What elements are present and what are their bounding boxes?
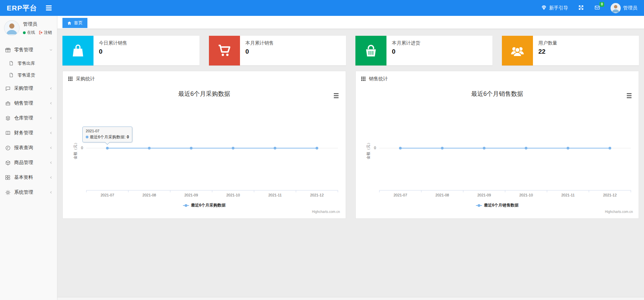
stat-card-2[interactable]: 本月累计进货0 <box>355 36 492 65</box>
fullscreen-button[interactable] <box>578 5 584 11</box>
chevron-left-icon <box>49 86 53 90</box>
chevron-left-icon <box>49 175 53 180</box>
chart-panels-row: 采购统计 最近6个月采购数据金额（元）02021-072021-082021-0… <box>62 71 639 219</box>
chart-tooltip: 2021-07最近6个月采购数据: 0 <box>82 127 132 142</box>
online-status-label: 在线 <box>27 30 35 35</box>
messages-button[interactable]: 0 <box>594 5 600 11</box>
x-axis-label: 2021-10 <box>512 193 540 197</box>
legend-label: 最近6个月销售数据 <box>484 202 519 208</box>
legend-item[interactable]: 最近6个月采购数据 <box>183 202 226 208</box>
sidebar-item-1[interactable]: 采购管理 <box>0 81 57 96</box>
comment-icon <box>5 86 11 91</box>
expand-icon <box>578 5 584 11</box>
gem-icon <box>541 5 547 11</box>
user-avatar <box>611 3 621 13</box>
x-axis-label: 2021-12 <box>596 193 624 197</box>
stat-card-value: 0 <box>392 48 420 55</box>
panel-title: 采购统计 <box>76 76 95 82</box>
x-axis-label: 2021-08 <box>428 193 456 197</box>
tab-bar: 首页 <box>57 16 644 29</box>
sidebar-item-0[interactable]: 零售管理 <box>0 43 57 57</box>
stat-cards-row: 今日累计销售0本月累计销售0本月累计进货0用户数量22 <box>62 36 639 65</box>
sidebar-item-4[interactable]: 财务管理 <box>0 126 57 140</box>
chart-credit-link[interactable]: Highcharts.com.cn <box>605 210 633 214</box>
stat-card-1[interactable]: 本月累计销售0 <box>209 36 346 65</box>
cart-icon <box>209 36 240 65</box>
series-dot-icon <box>86 136 88 138</box>
sidebar-subitem[interactable]: 零售退货 <box>0 69 57 81</box>
x-axis-label: 2021-09 <box>177 193 205 197</box>
file-icon <box>8 61 14 66</box>
chart-title: 最近6个月采购数据 <box>68 90 341 98</box>
sidebar-item-label: 商品管理 <box>14 160 33 166</box>
x-axis-label: 2021-09 <box>470 193 498 197</box>
chart-export-menu-icon[interactable] <box>625 92 633 100</box>
y-axis-tick-label: 0 <box>75 146 83 150</box>
chevron-left-icon <box>49 161 53 165</box>
sidebar-item-7[interactable]: 基本资料 <box>0 170 57 185</box>
x-axis-label: 2021-12 <box>303 193 331 197</box>
chevron-left-icon <box>49 101 53 105</box>
sidebar-item-2[interactable]: 销售管理 <box>0 96 57 111</box>
chart-export-menu-icon[interactable] <box>332 92 340 100</box>
sidebar-item-label: 零售管理 <box>14 47 33 53</box>
clock-icon <box>5 145 11 151</box>
chevron-down-icon <box>49 48 53 52</box>
sidebar-item-5[interactable]: 报表查询 <box>0 140 57 155</box>
chart-legend: 最近6个月采购数据 <box>68 202 341 208</box>
sidebar-item-3[interactable]: 仓库管理 <box>0 111 57 126</box>
chevron-left-icon <box>49 190 53 194</box>
x-axis-label: 2021-08 <box>135 193 163 197</box>
x-axis-label: 2021-07 <box>93 193 122 197</box>
home-icon <box>67 21 72 25</box>
guide-button[interactable]: 新手引导 <box>541 5 568 11</box>
chevron-left-icon <box>49 116 53 120</box>
sidebar-toggle-icon[interactable] <box>46 5 52 10</box>
briefcase-icon <box>5 101 11 106</box>
chevron-left-icon <box>49 131 53 135</box>
footer <box>57 297 644 300</box>
chart-credit-link[interactable]: Highcharts.com.cn <box>312 210 340 214</box>
sidebar: 管理员 在线 注销 零售管理零售出库零售退货采购管理销售管理仓库管理财务管理报表… <box>0 16 57 300</box>
chart-title: 最近6个月销售数据 <box>361 90 634 98</box>
users-icon <box>502 36 533 65</box>
th-grid-icon <box>68 76 73 81</box>
y-axis-title: 金额（元） <box>73 133 78 167</box>
sidebar-item-label: 报表查询 <box>14 145 33 151</box>
sidebar-avatar <box>4 20 20 36</box>
sidebar-menu: 零售管理零售出库零售退货采购管理销售管理仓库管理财务管理报表查询商品管理基本资料… <box>0 43 57 200</box>
x-axis-label: 2021-11 <box>261 193 289 197</box>
tab-home[interactable]: 首页 <box>62 18 87 28</box>
chart-legend: 最近6个月销售数据 <box>361 202 634 208</box>
sidebar-item-6[interactable]: 商品管理 <box>0 155 57 170</box>
legend-item[interactable]: 最近6个月销售数据 <box>476 202 519 208</box>
stat-card-label: 用户数量 <box>538 40 557 46</box>
stat-card-value: 0 <box>99 48 127 55</box>
sidebar-subitem-label: 零售出库 <box>18 60 35 66</box>
user-menu[interactable]: 管理员 <box>611 3 637 13</box>
stat-card-label: 今日累计销售 <box>99 40 127 46</box>
sidebar-subitem[interactable]: 零售出库 <box>0 57 57 69</box>
sales-chart: 最近6个月销售数据金额（元）02021-072021-082021-092021… <box>361 86 634 216</box>
sidebar-user-name: 管理员 <box>23 21 52 27</box>
tooltip-value-row: 最近6个月采购数据: 0 <box>86 134 129 140</box>
layers-icon <box>5 115 11 121</box>
brand-title: ERP平台 <box>7 3 37 13</box>
sidebar-item-label: 销售管理 <box>14 100 33 106</box>
logout-button[interactable]: 注销 <box>38 30 52 35</box>
stat-card-label: 本月累计进货 <box>392 40 420 46</box>
legend-marker-icon <box>476 203 482 208</box>
y-axis-tick-label: 0 <box>368 146 376 150</box>
header-actions: 新手引导 0 管理员 <box>541 3 637 13</box>
gift-icon <box>5 47 11 53</box>
main-content: 首页 今日累计销售0本月累计销售0本月累计进货0用户数量22 采购统计 最近6个… <box>57 16 644 300</box>
gear-icon <box>5 190 11 195</box>
file-icon <box>8 73 14 78</box>
stat-card-0[interactable]: 今日累计销售0 <box>62 36 199 65</box>
messages-count-badge: 0 <box>599 2 604 7</box>
sidebar-item-label: 财务管理 <box>14 130 33 136</box>
sidebar-item-8[interactable]: 系统管理 <box>0 185 57 200</box>
stat-card-value: 0 <box>245 48 274 55</box>
stat-card-3[interactable]: 用户数量22 <box>502 36 639 65</box>
legend-marker-icon <box>183 203 189 208</box>
